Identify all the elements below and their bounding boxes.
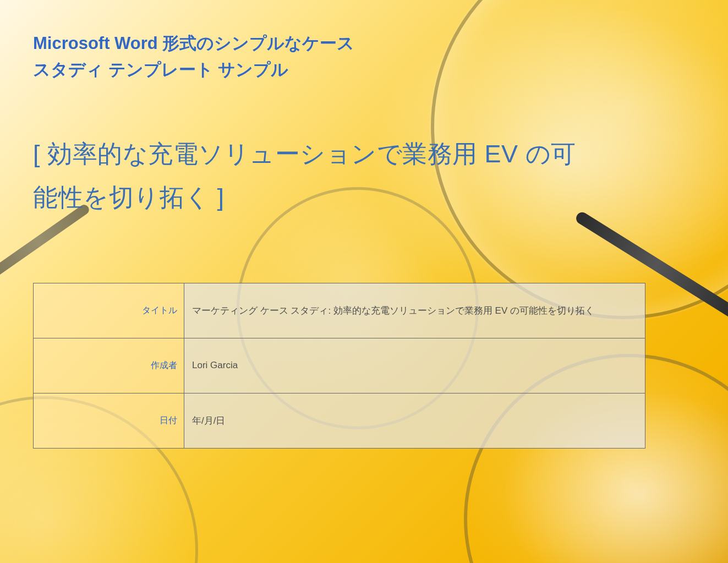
metadata-table: タイトル マーケティング ケース スタディ: 効率的な充電ソリューションで業務用… [33, 283, 645, 449]
document-title-line1: Microsoft Word 形式のシンプルなケース [33, 34, 354, 53]
table-row: 作成者 Lori Garcia [34, 338, 645, 393]
field-value-date: 年/月/日 [184, 393, 645, 448]
case-study-title: [ 効率的な充電ソリューションで業務用 EV の可能性を切り拓く ] [33, 133, 594, 220]
document-title: Microsoft Word 形式のシンプルなケース スタディ テンプレート サ… [33, 30, 462, 83]
document-page: Microsoft Word 形式のシンプルなケース スタディ テンプレート サ… [0, 0, 728, 563]
table-row: タイトル マーケティング ケース スタディ: 効率的な充電ソリューションで業務用… [34, 283, 645, 338]
table-row: 日付 年/月/日 [34, 393, 645, 448]
field-label-title: タイトル [34, 283, 184, 338]
field-value-author: Lori Garcia [184, 338, 645, 393]
document-title-line2: スタディ テンプレート サンプル [33, 60, 288, 79]
field-value-title: マーケティング ケース スタディ: 効率的な充電ソリューションで業務用 EV の… [184, 283, 645, 338]
field-label-author: 作成者 [34, 338, 184, 393]
field-label-date: 日付 [34, 393, 184, 448]
